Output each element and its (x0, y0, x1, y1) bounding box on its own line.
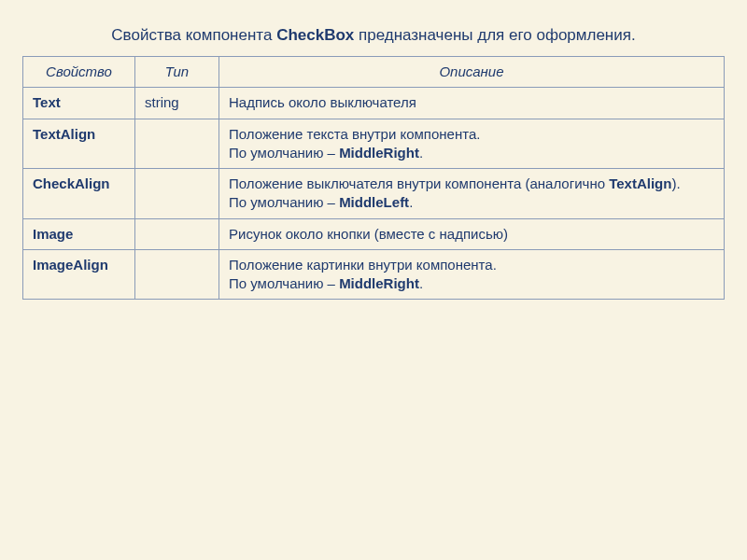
page-title: Свойства компонента CheckBox предназначе… (22, 26, 725, 45)
description-cell: Надпись около выключателя (219, 88, 725, 119)
text: Рисунок около кнопки (вместе с надписью) (229, 226, 508, 242)
type-cell (135, 249, 219, 300)
text: По умолчанию – (229, 275, 339, 291)
table-body: TextstringНадпись около выключателяTextA… (23, 88, 725, 300)
type-cell (135, 169, 219, 219)
property-cell: Image (23, 218, 135, 249)
text: ). (671, 175, 680, 191)
table-row: TextAlignПоложение текста внутри компоне… (23, 119, 725, 169)
description-cell: Положение выключателя внутри компонента … (219, 169, 725, 219)
type-cell: string (135, 88, 219, 119)
description-cell: Рисунок около кнопки (вместе с надписью) (219, 218, 725, 249)
title-bold: CheckBox (276, 26, 354, 44)
text: Надпись около выключателя (229, 94, 416, 110)
property-cell: ImageAlign (23, 249, 135, 300)
property-cell: TextAlign (23, 119, 135, 169)
text: Положение выключателя внутри компонента … (229, 175, 609, 191)
table-row: TextstringНадпись около выключателя (23, 88, 725, 119)
header-type: Тип (135, 57, 219, 88)
table-row: CheckAlignПоложение выключателя внутри к… (23, 169, 725, 219)
text: . (409, 194, 413, 210)
title-suffix: предназначены для его оформления. (354, 26, 635, 44)
bold-text: MiddleLeft (339, 194, 409, 210)
text: . (419, 145, 423, 161)
property-cell: Text (23, 88, 135, 119)
header-property: Свойство (23, 57, 135, 88)
table-row: ImageРисунок около кнопки (вместе с надп… (23, 218, 725, 249)
title-prefix: Свойства компонента (111, 26, 276, 44)
type-cell (135, 218, 219, 249)
text: По умолчанию – (229, 194, 339, 210)
text: По умолчанию – (229, 145, 339, 161)
table-header-row: Свойство Тип Описание (23, 57, 725, 88)
table-row: ImageAlignПоложение картинки внутри комп… (23, 249, 725, 300)
bold-text: MiddleRight (339, 275, 419, 291)
header-description: Описание (219, 57, 725, 88)
type-cell (135, 119, 219, 169)
bold-text: MiddleRight (339, 145, 419, 161)
document-page: Свойства компонента CheckBox предназначе… (0, 0, 747, 326)
text: . (419, 275, 423, 291)
description-cell: Положение картинки внутри компонента.По … (219, 249, 725, 300)
property-cell: CheckAlign (23, 169, 135, 219)
text: Положение текста внутри компонента. (229, 126, 480, 142)
properties-table: Свойство Тип Описание TextstringНадпись … (22, 56, 725, 300)
description-cell: Положение текста внутри компонента.По ум… (219, 119, 725, 169)
text: Положение картинки внутри компонента. (229, 257, 497, 273)
bold-text: TextAlign (609, 175, 671, 191)
